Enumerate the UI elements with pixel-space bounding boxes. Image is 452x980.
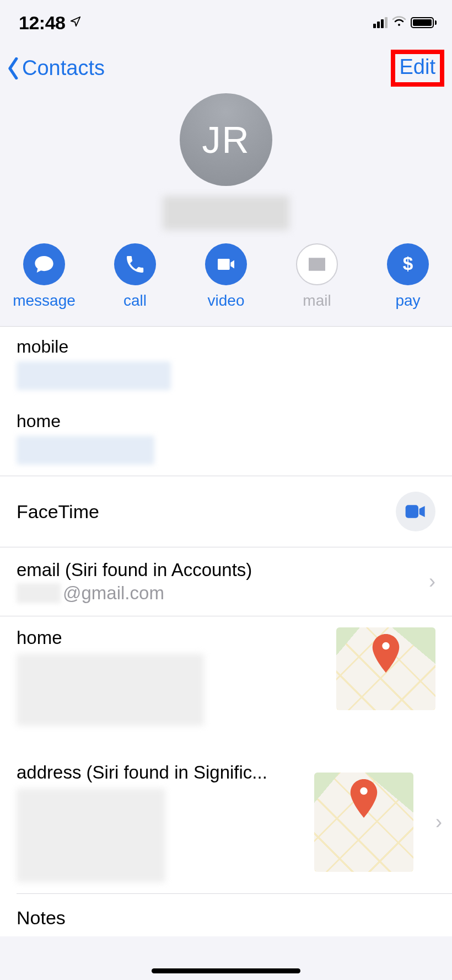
siri-address-redacted (17, 789, 165, 882)
email-local-redacted (17, 583, 61, 603)
home-phone-row[interactable]: home (0, 401, 452, 476)
pay-label: pay (395, 292, 420, 310)
facetime-row[interactable]: FaceTime (0, 476, 452, 547)
chevron-right-icon: › (435, 811, 442, 834)
mail-label: mail (303, 292, 331, 310)
email-domain: @gmail.com (63, 583, 164, 604)
contact-name-redacted (163, 196, 289, 230)
status-bar: 12:48 (0, 0, 452, 38)
home-value-redacted (17, 436, 154, 465)
email-label: email (Siri found in Accounts) (17, 560, 429, 580)
svg-text:$: $ (403, 253, 413, 274)
call-label: call (123, 292, 147, 310)
phone-icon (114, 243, 156, 285)
home-address-redacted (17, 654, 204, 726)
map-pin-icon (349, 779, 379, 820)
email-row[interactable]: email (Siri found in Accounts) @gmail.co… (0, 547, 452, 616)
location-services-icon (69, 15, 82, 30)
mobile-label: mobile (17, 337, 435, 357)
mail-action[interactable]: mail (289, 243, 345, 310)
facetime-label: FaceTime (17, 501, 99, 523)
message-action[interactable]: message (17, 243, 72, 310)
avatar-initials: JR (202, 118, 250, 161)
siri-address-map-thumbnail[interactable] (314, 773, 413, 872)
back-label: Contacts (22, 56, 105, 80)
chevron-right-icon: › (429, 570, 435, 593)
contact-actions-row: message call video mail $ pay (0, 230, 452, 327)
message-icon (23, 243, 65, 285)
home-label: home (17, 411, 435, 432)
cellular-signal-icon (373, 17, 388, 28)
home-address-label: home (17, 627, 325, 648)
edit-button-highlight: Edit (391, 50, 444, 87)
contact-avatar: JR (180, 93, 272, 186)
svg-point-2 (382, 642, 389, 649)
status-time: 12:48 (19, 12, 65, 34)
chevron-left-icon (7, 57, 21, 79)
call-action[interactable]: call (107, 243, 163, 310)
siri-address-label: address (Siri found in Signific... (17, 762, 303, 783)
mobile-phone-row[interactable]: mobile (0, 327, 452, 401)
siri-address-row[interactable]: address (Siri found in Signific... › (0, 751, 452, 893)
notes-row[interactable]: Notes (0, 894, 452, 936)
home-indicator[interactable] (152, 968, 300, 973)
home-address-map-thumbnail[interactable] (336, 627, 435, 710)
map-pin-icon (371, 634, 401, 675)
pay-action[interactable]: $ pay (380, 243, 435, 310)
mobile-value-redacted (17, 361, 171, 390)
video-action[interactable]: video (198, 243, 254, 310)
edit-button[interactable]: Edit (400, 55, 435, 78)
mail-icon (296, 243, 338, 285)
video-icon (205, 243, 247, 285)
navigation-bar: Contacts Edit (0, 38, 452, 92)
notes-label: Notes (17, 907, 66, 928)
svg-point-3 (360, 787, 367, 795)
message-label: message (13, 292, 76, 310)
home-address-row[interactable]: home (0, 616, 452, 737)
back-button[interactable]: Contacts (7, 56, 105, 80)
video-label: video (208, 292, 245, 310)
battery-icon (411, 17, 437, 28)
svg-rect-1 (406, 505, 418, 518)
dollar-icon: $ (387, 243, 429, 285)
wifi-icon (392, 16, 406, 29)
facetime-video-button[interactable] (396, 492, 435, 531)
